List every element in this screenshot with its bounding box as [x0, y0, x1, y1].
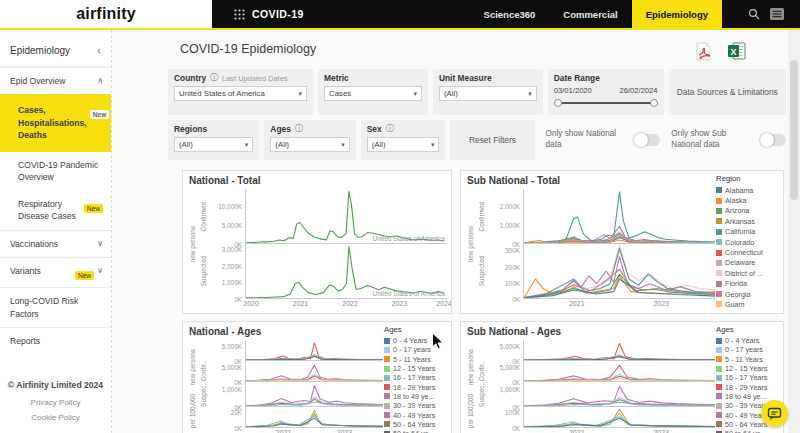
legend-item[interactable]: 0 - 4 Years — [384, 336, 448, 345]
ages-info-icon[interactable]: ⓘ — [295, 125, 303, 133]
plot-area[interactable] — [523, 189, 715, 244]
cookie-policy-link[interactable]: Cookie Policy — [0, 413, 111, 422]
legend-item[interactable]: 18 - 29 Years — [716, 382, 780, 391]
plot-area[interactable] — [245, 361, 383, 382]
measure-label-text: Confir.. — [200, 361, 207, 381]
legend-item[interactable]: 0 - 17 years — [716, 345, 780, 354]
legend-item[interactable]: 12 - 15 Years — [716, 364, 780, 373]
legend-item[interactable]: 50 - 64 Years — [384, 420, 448, 429]
legend-item[interactable]: Arizona — [716, 206, 780, 216]
legend-item[interactable]: 16 - 17 Years — [384, 373, 448, 382]
legend-swatch — [384, 384, 390, 390]
legend-item[interactable]: Colorado — [716, 237, 780, 247]
axis-outer-labels: new personsper 100,000 — [187, 340, 198, 433]
sex-info-icon[interactable]: ⓘ — [386, 125, 394, 133]
plot-area[interactable]: United States of America — [245, 244, 447, 299]
legend-label: 16 - 17 Years — [393, 373, 435, 382]
legend-swatch — [716, 375, 722, 381]
legend-item[interactable]: 50 to 64 ye... — [384, 429, 448, 433]
airfinity-logo[interactable]: airfinity — [76, 5, 136, 23]
sidebar-item-reports[interactable]: Reports — [0, 327, 111, 354]
page-scrollbar[interactable] — [788, 30, 800, 433]
y-axis-ticks: 100K0K — [487, 407, 523, 428]
sidebar-item-covid-19-pandemic-overview[interactable]: COVID-19 Pandemic Overview — [0, 152, 111, 191]
sex-select[interactable]: (All)▾ — [367, 137, 440, 152]
subnational-data-toggle[interactable] — [760, 134, 786, 146]
nav-tab-science360[interactable]: Science360 — [470, 0, 550, 28]
slider-handle-start[interactable] — [554, 99, 562, 107]
y-tick-label: 2,000K — [500, 203, 520, 210]
x-tick-label: 2020 — [243, 300, 259, 307]
x-tick-label: 2023 — [392, 300, 408, 307]
legend-item[interactable]: 0 - 17 years — [384, 345, 448, 354]
date-range-slider[interactable] — [554, 99, 658, 107]
sidebar-item-vaccinations[interactable]: Vaccinations∨ — [0, 230, 111, 257]
legend-label: 12 - 15 Years — [393, 364, 435, 373]
slider-handle-end[interactable] — [650, 99, 658, 107]
menu-icon[interactable] — [770, 8, 784, 20]
reset-filters-button[interactable]: Reset Filters — [450, 120, 534, 160]
plot-area[interactable] — [523, 340, 715, 361]
sidebar-item-cases-hospitalisations-deaths[interactable]: Cases, Hospitalisations, DeathsNew — [0, 94, 111, 151]
legend-item[interactable]: 0 - 4 Years — [716, 336, 780, 345]
legend-item[interactable]: 16 - 17 Years — [716, 373, 780, 382]
unit-measure-select[interactable]: (All)▾ — [439, 86, 537, 101]
legend-item[interactable]: 18 - 29 Years — [384, 382, 448, 391]
regions-select[interactable]: (All)▾ — [174, 137, 253, 152]
data-sources-button[interactable]: Data Sources & Limitations — [669, 69, 786, 115]
legend-item[interactable]: Alabama — [716, 185, 780, 195]
legend-item[interactable]: Connecticut — [716, 247, 780, 257]
legend-item[interactable]: Guam — [716, 299, 780, 309]
legend-label: 18 - 29 Years — [725, 383, 767, 392]
legend-item[interactable]: 18 to 49 ye... — [384, 392, 448, 401]
metric-select[interactable]: Cases▾ — [324, 86, 422, 101]
feedback-chat-button[interactable] — [761, 400, 788, 427]
search-icon[interactable] — [748, 8, 760, 20]
last-updated-dates-link[interactable]: Last Updated Dates — [222, 74, 287, 83]
export-pdf-icon[interactable] — [695, 42, 712, 61]
axis-group-label: new persons — [465, 189, 476, 299]
nav-tab-commercial[interactable]: Commercial — [549, 0, 631, 28]
country-label: Country — [174, 73, 206, 83]
export-excel-icon[interactable]: X — [728, 42, 746, 60]
national-data-toggle[interactable] — [634, 134, 660, 146]
sidebar-item-long-covid-risk-factors[interactable]: Long-COVID Risk Factors — [0, 287, 111, 327]
product-switcher[interactable]: COVID-19 — [212, 0, 318, 28]
legend-item[interactable]: 5 - 11 Years — [716, 355, 780, 364]
legend-item[interactable]: Arkansas — [716, 216, 780, 226]
plot-area[interactable] — [523, 407, 715, 428]
legend-item[interactable]: 5 - 11 Years — [384, 355, 448, 364]
country-select[interactable]: United States of America▾ — [174, 86, 307, 101]
legend-item[interactable]: District of ... — [716, 268, 780, 278]
sidebar-item-epid-overview[interactable]: Epid Overview∧ — [0, 67, 111, 94]
ages-select[interactable]: (All)▾ — [270, 137, 349, 152]
plot-area[interactable] — [523, 244, 715, 299]
country-info-icon[interactable]: ⓘ — [210, 74, 218, 82]
sidebar-item-variants[interactable]: VariantsNew∨ — [0, 257, 111, 287]
legend-item[interactable]: Alaska — [716, 195, 780, 205]
legend-item[interactable]: 12 - 15 Years — [384, 364, 448, 373]
y-axis-ticks: 5,000K0K — [209, 340, 245, 361]
legend-item[interactable]: Delaware — [716, 258, 780, 268]
date-range-filter: Date Range 03/01/2020 26/02/2024 — [548, 69, 664, 115]
legend-item[interactable]: 40 - 49 Years — [384, 410, 448, 419]
series-line — [246, 397, 383, 406]
plot-area[interactable]: United States of America — [245, 189, 447, 244]
sidebar-item-respiratory-disease-cases[interactable]: Respiratory Disease CasesNew — [0, 191, 111, 230]
plot-area[interactable] — [523, 382, 715, 407]
plot-area[interactable] — [245, 382, 383, 407]
metric-filter: Metric Cases▾ — [318, 69, 428, 115]
legend-item[interactable]: California — [716, 227, 780, 237]
sidebar-collapse-icon[interactable]: ‹ — [97, 44, 101, 56]
plot-area[interactable] — [523, 361, 715, 382]
plot-area[interactable] — [245, 407, 383, 428]
scrollbar-thumb[interactable] — [790, 60, 798, 200]
plot-area[interactable] — [245, 340, 383, 361]
legend-item[interactable]: 30 - 39 Years — [384, 401, 448, 410]
legend-item[interactable]: 50 to 64 ye... — [716, 429, 780, 433]
nav-tab-epidemiology[interactable]: Epidemiology — [632, 0, 722, 28]
legend-item[interactable]: Florida — [716, 279, 780, 289]
metric-label: Metric — [324, 73, 349, 83]
legend-item[interactable]: Georgia — [716, 289, 780, 299]
privacy-policy-link[interactable]: Privacy Policy — [0, 398, 111, 407]
